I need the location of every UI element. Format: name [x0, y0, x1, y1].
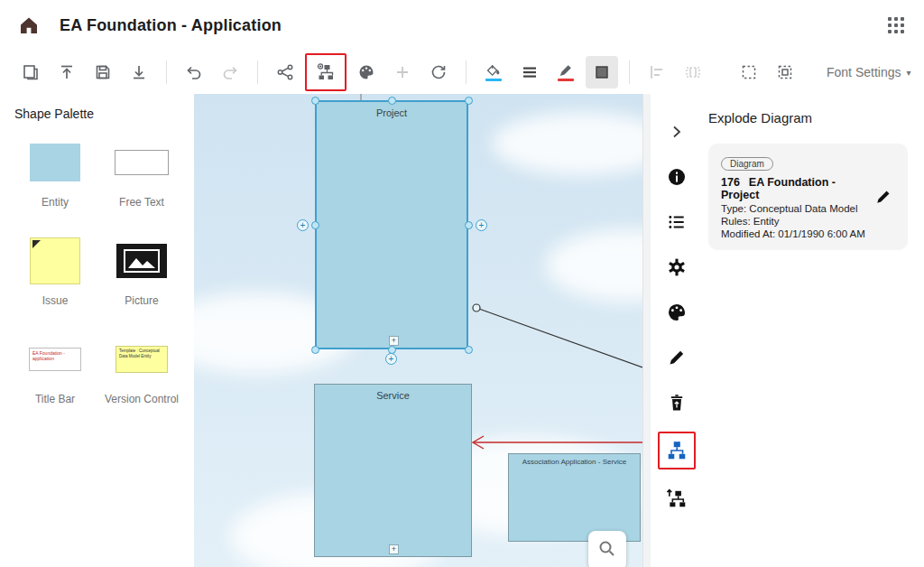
diagram-type: Type: Conceptual Data Model: [721, 203, 870, 214]
select-area-button[interactable]: [733, 56, 765, 88]
diagram-id: 176: [721, 176, 740, 189]
title-bar-shape-preview: EA Foundation - application: [29, 348, 81, 371]
expand-plus-icon[interactable]: +: [389, 544, 399, 554]
selection-handle[interactable]: [465, 221, 473, 229]
explode-diagram-toolbar-highlight: [305, 53, 346, 91]
right-panel-body: Explode Diagram Diagram 176EA Foundation…: [703, 94, 924, 567]
free-text-shape-preview: [115, 150, 169, 175]
app-header: EA Foundation - Application: [0, 0, 924, 51]
page-title: EA Foundation - Application: [60, 16, 282, 35]
diagram-canvas[interactable]: Association Application - Service Servic…: [194, 94, 642, 567]
diagram-info-card: Diagram 176EA Foundation - Project Type:…: [708, 144, 908, 250]
cloud-decoration: [492, 112, 642, 175]
palette-item-title-bar[interactable]: EA Foundation - application Title Bar: [14, 334, 96, 405]
entity-service[interactable]: Service +: [314, 384, 472, 557]
connect-point-icon[interactable]: +: [476, 219, 487, 231]
explode-diagram-rail-highlight: [658, 432, 696, 469]
connect-point-icon[interactable]: +: [385, 353, 397, 365]
share-structure-button[interactable]: [269, 56, 301, 88]
toolbar-separator: [257, 60, 258, 84]
toolbar-separator: [466, 60, 467, 84]
implode-diagram-icon[interactable]: [661, 482, 693, 515]
undo-button[interactable]: [178, 56, 210, 88]
palette-item-free-text[interactable]: Free Text: [101, 137, 182, 209]
fill-color-button[interactable]: [477, 56, 510, 88]
palette-item-picture[interactable]: Picture: [101, 236, 182, 307]
edit-diagram-pencil-icon[interactable]: [870, 183, 897, 210]
main-area: Shape Palette Entity Free Text Issue: [0, 94, 924, 567]
save-button[interactable]: [87, 56, 119, 88]
expand-plus-icon[interactable]: +: [389, 336, 399, 346]
properties-list-icon[interactable]: [661, 206, 693, 238]
delete-icon[interactable]: [661, 386, 693, 419]
collapse-panel-chevron[interactable]: [661, 116, 693, 148]
entity-label: Association Application - Service: [509, 454, 640, 466]
selection-handle[interactable]: [311, 221, 319, 229]
diagram-title: 176EA Foundation - Project: [721, 176, 870, 201]
home-icon[interactable]: [14, 11, 43, 40]
diagram-badge: Diagram: [721, 157, 773, 171]
canvas-scrollbar[interactable]: [642, 94, 651, 567]
shape-palette: Shape Palette Entity Free Text Issue: [0, 94, 194, 567]
apps-grid-icon[interactable]: [884, 14, 908, 37]
toolbar-separator: [629, 60, 630, 84]
add-button[interactable]: [386, 56, 419, 88]
upload-button[interactable]: [51, 56, 83, 88]
home-icon-glyph: [18, 14, 40, 36]
diagram-modified: Modified At: 01/1/1990 6:00 AM: [721, 228, 870, 239]
selection-handle[interactable]: [311, 346, 319, 354]
selection-handle[interactable]: [388, 97, 396, 105]
copy-button[interactable]: [14, 56, 47, 88]
palette-item-issue[interactable]: Issue: [14, 236, 96, 307]
font-settings-dropdown[interactable]: Font Settings ▾: [827, 65, 911, 79]
line-style-button[interactable]: [513, 56, 546, 88]
palette-icon[interactable]: [661, 296, 693, 329]
edit-pen-icon[interactable]: [661, 341, 693, 374]
explode-diagram-icon[interactable]: [661, 434, 693, 467]
shape-fill-button[interactable]: [586, 56, 618, 88]
line-color-button[interactable]: [550, 56, 582, 88]
selection-handle[interactable]: [465, 346, 473, 354]
redo-button[interactable]: [214, 56, 246, 88]
connect-point-icon[interactable]: +: [297, 219, 309, 231]
palette-item-version-control[interactable]: Template : Conceptual Data Model Entity …: [101, 334, 182, 405]
line-color-swatch: [558, 79, 574, 81]
diagram-rules: Rules: Entity: [721, 216, 870, 227]
version-control-shape-preview: Template : Conceptual Data Model Entity: [116, 346, 168, 373]
chevron-down-icon: ▾: [907, 68, 911, 78]
picture-shape-preview: [116, 244, 167, 278]
palette-item-entity[interactable]: Entity: [14, 137, 96, 209]
panel-title: Explode Diagram: [708, 110, 908, 125]
right-panel-rail: [651, 94, 703, 567]
font-settings-label: Font Settings: [827, 65, 901, 79]
rotate-button[interactable]: [422, 56, 455, 88]
entity-project[interactable]: Project +: [315, 100, 468, 349]
select-shape-button[interactable]: [769, 56, 801, 88]
distribute-button[interactable]: [677, 56, 709, 88]
entity-label: Service: [315, 385, 471, 401]
shape-palette-title: Shape Palette: [14, 107, 194, 121]
selection-handle[interactable]: [465, 97, 473, 105]
palette-toolbar-button[interactable]: [350, 56, 383, 88]
entity-association-application-service[interactable]: Association Application - Service: [508, 453, 641, 542]
align-left-button[interactable]: [641, 56, 673, 88]
download-button[interactable]: [123, 56, 155, 88]
right-panel: Explode Diagram Diagram 176EA Foundation…: [651, 94, 924, 567]
info-icon[interactable]: [661, 161, 693, 193]
fill-color-swatch: [485, 79, 502, 81]
zoom-search-button[interactable]: [588, 531, 626, 567]
entity-shape-preview: [30, 144, 80, 181]
issue-shape-preview: [30, 237, 80, 284]
cloud-decoration: [546, 229, 642, 302]
toolbar: Font Settings ▾: [0, 51, 924, 94]
settings-gear-icon[interactable]: [661, 251, 693, 284]
shape-palette-grid: Entity Free Text Issue: [14, 137, 194, 405]
explode-diagram-toolbar-button[interactable]: [310, 56, 342, 88]
selection-handle[interactable]: [311, 97, 319, 105]
toolbar-separator: [166, 60, 167, 84]
